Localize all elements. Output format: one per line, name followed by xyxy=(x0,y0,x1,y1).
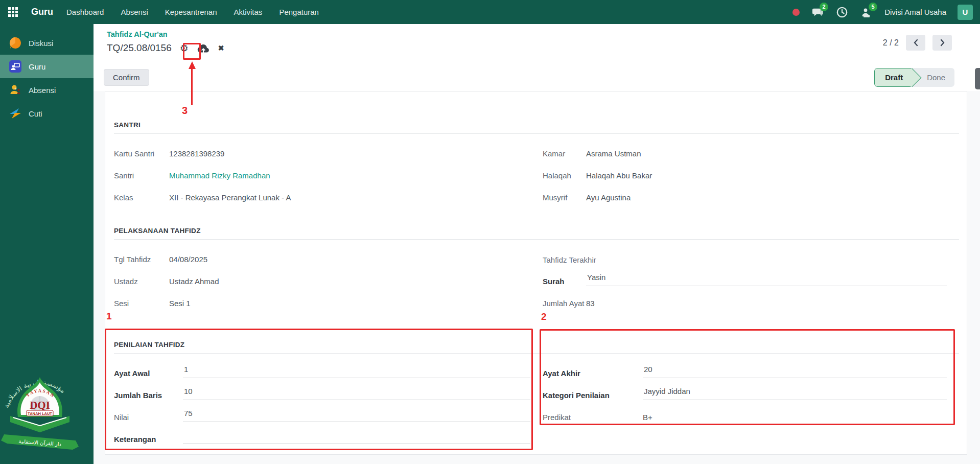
field-value: Sesi 1 xyxy=(169,299,191,308)
clock-icon[interactable] xyxy=(835,6,849,18)
section-pelaksanaan: PELAKSANAAN TAHFIDZ Tgl Tahfidz 04/08/20… xyxy=(114,227,959,317)
field-halaqah: Halaqah Halaqah Abu Bakar xyxy=(543,167,947,180)
field-value: Ustadz Ahmad xyxy=(169,277,219,286)
user-avatar[interactable]: U xyxy=(958,5,973,20)
field-tgl-tahfidz: Tgl Tahfidz 04/08/2025 xyxy=(114,251,530,264)
field-sesi: Sesi Sesi 1 xyxy=(114,295,530,308)
field-label: Kategori Penilaian xyxy=(543,391,643,400)
field-label: Santri xyxy=(114,171,169,180)
confirm-button[interactable]: Confirm xyxy=(104,69,149,86)
field-value: 83 xyxy=(586,299,595,308)
menu-aktivitas[interactable]: Aktivitas xyxy=(234,8,263,16)
gear-icon[interactable]: ⚙ xyxy=(180,43,189,53)
menu-pengaturan[interactable]: Pengaturan xyxy=(279,8,319,16)
field-label: Keterangan xyxy=(114,435,183,444)
field-jumlah-ayat: Jumlah Ayat 83 xyxy=(543,295,947,308)
surah-input[interactable]: Yasin xyxy=(586,273,947,286)
keterangan-input[interactable] xyxy=(183,431,530,444)
field-label: Predikat xyxy=(543,413,643,422)
field-kelas: Kelas XII - Rekayasa Perangkat Lunak - A xyxy=(114,189,530,202)
activities-icon[interactable]: 5 xyxy=(860,6,873,18)
field-label: Kartu Santri xyxy=(114,149,169,158)
messages-icon[interactable]: 2 xyxy=(811,6,824,18)
discard-x-icon[interactable]: ✖ xyxy=(218,44,224,52)
jumlah-baris-input[interactable]: 10 xyxy=(183,387,530,400)
field-santri: Santri Muhammad Rizky Ramadhan xyxy=(114,167,530,180)
company-switcher[interactable]: Divisi Amal Usaha xyxy=(884,8,946,16)
field-value: 1238281398239 xyxy=(169,149,224,158)
app-name[interactable]: Guru xyxy=(31,7,53,17)
field-kamar: Kamar Asrama Ustman xyxy=(543,145,947,158)
kategori-penilaian-input[interactable]: Jayyid Jiddan xyxy=(643,387,947,400)
record-name: TQ/25.08/0156 xyxy=(107,42,172,54)
subheader-label: Tahfidz Terakhir xyxy=(543,256,596,264)
status-step-draft[interactable]: Draft xyxy=(874,68,913,87)
field-value: Ayu Agustina xyxy=(586,193,631,202)
recording-indicator-icon xyxy=(792,9,800,16)
field-jumlah-baris: Jumlah Baris 10 xyxy=(114,387,530,400)
field-kartu-santri: Kartu Santri 1238281398239 xyxy=(114,145,530,158)
field-label: Jumlah Ayat xyxy=(543,299,586,308)
diskusi-chat-icon xyxy=(9,36,22,50)
field-value: Halaqah Abu Bakar xyxy=(586,171,652,180)
field-predikat: Predikat B+ xyxy=(543,409,947,422)
field-label: Jumlah Baris xyxy=(114,391,183,400)
menu-dashboard[interactable]: Dashboard xyxy=(66,8,104,16)
field-surah: Surah Yasin xyxy=(543,273,947,286)
field-value: 04/08/2025 xyxy=(169,255,207,264)
sidebar-item-diskusi[interactable]: Diskusi xyxy=(0,31,94,55)
field-musyrif: Musyrif Ayu Agustina xyxy=(543,189,947,202)
field-nilai: Nilai 75 xyxy=(114,409,530,422)
statusbar: Draft Done xyxy=(874,68,954,87)
ayat-awal-input[interactable]: 1 xyxy=(183,365,530,378)
field-ayat-akhir: Ayat Akhir 20 xyxy=(543,365,947,378)
record-pager: 2 / 2 xyxy=(883,35,952,51)
field-label: Ayat Awal xyxy=(114,369,183,378)
pager-previous-button[interactable] xyxy=(906,35,925,51)
field-ayat-awal: Ayat Awal 1 xyxy=(114,365,530,378)
field-label: Musyrif xyxy=(543,193,586,202)
ayat-akhir-input[interactable]: 20 xyxy=(643,365,947,378)
menu-kepesantrenan[interactable]: Kepesantrenan xyxy=(165,8,217,16)
apps-menu-icon[interactable] xyxy=(8,7,18,17)
scrollbar-thumb[interactable] xyxy=(975,68,980,89)
breadcrumb-parent-link[interactable]: Tahfidz Al-Qur'an xyxy=(107,30,168,38)
section-title: PENILAIAN TAHFIDZ xyxy=(114,341,959,354)
field-label: Ustadz xyxy=(114,277,169,286)
santri-record-link[interactable]: Muhammad Rizky Ramadhan xyxy=(169,171,270,180)
field-ustadz: Ustadz Ustadz Ahmad xyxy=(114,273,530,286)
menu-absensi[interactable]: Absensi xyxy=(121,8,148,16)
field-keterangan: Keterangan xyxy=(114,431,530,444)
nilai-input[interactable]: 75 xyxy=(183,409,530,422)
svg-text:DQI: DQI xyxy=(30,399,50,411)
sidebar-item-label: Cuti xyxy=(29,109,42,118)
top-navbar: Guru Dashboard Absensi Kepesantrenan Akt… xyxy=(0,0,980,24)
svg-text:TANAH LAUT: TANAH LAUT xyxy=(28,411,52,416)
field-label: Nilai xyxy=(114,413,183,422)
breadcrumb: TQ/25.08/0156 ⚙ ✖ xyxy=(107,42,224,54)
cuti-icon xyxy=(9,107,22,120)
pager-next-button[interactable] xyxy=(932,35,952,51)
field-label: Kamar xyxy=(543,149,586,158)
field-value: XII - Rekayasa Perangkat Lunak - A xyxy=(169,193,291,202)
form-sheet: SANTRI Kartu Santri 1238281398239 Santri… xyxy=(105,91,967,455)
sidebar-item-label: Guru xyxy=(29,62,45,71)
pager-counter: 2 / 2 xyxy=(883,38,899,48)
save-cloud-icon[interactable] xyxy=(197,42,210,54)
sidebar-item-label: Diskusi xyxy=(29,39,53,48)
section-penilaian: PENILAIAN TAHFIDZ Ayat Awal 1 Jumlah Bar… xyxy=(114,341,959,453)
subheader-tahfidz-terakhir: Tahfidz Terakhir xyxy=(543,251,947,264)
main-content: Tahfidz Al-Qur'an TQ/25.08/0156 ⚙ ✖ 2 / … xyxy=(94,24,980,464)
control-panel: Tahfidz Al-Qur'an TQ/25.08/0156 ⚙ ✖ 2 / … xyxy=(94,24,980,91)
field-label: Ayat Akhir xyxy=(543,369,643,378)
sidebar-item-guru[interactable]: Guru xyxy=(0,55,94,78)
field-label: Sesi xyxy=(114,299,169,308)
sidebar-item-label: Absensi xyxy=(29,86,56,95)
foundation-logo: مؤسسة التربية الاسلامية YAYASAN DQI TANA… xyxy=(0,360,80,464)
absensi-person-icon xyxy=(9,83,22,97)
section-santri: SANTRI Kartu Santri 1238281398239 Santri… xyxy=(114,121,959,211)
sidebar-item-cuti[interactable]: Cuti xyxy=(0,102,94,125)
sidebar-item-absensi[interactable]: Absensi xyxy=(0,78,94,102)
field-value: Asrama Ustman xyxy=(586,149,641,158)
activities-badge: 5 xyxy=(869,3,877,11)
